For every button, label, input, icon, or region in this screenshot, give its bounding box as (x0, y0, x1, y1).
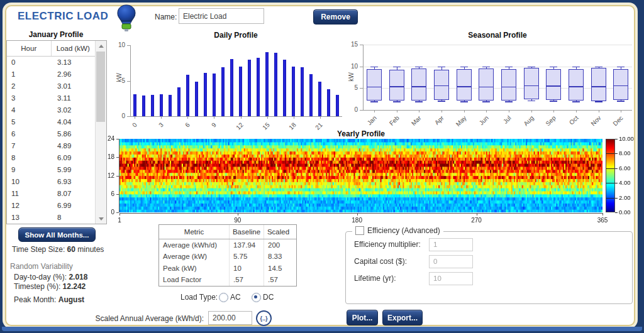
table-row[interactable]: 106.93 (7, 176, 95, 188)
load-cell[interactable]: 3.01 (51, 80, 95, 92)
y-tick-label: 5 (344, 84, 358, 91)
hour-cell[interactable]: 13 (7, 212, 51, 224)
show-all-months-button[interactable]: Show All Months... (18, 227, 96, 242)
efficiency-multiplier-input: 1 (429, 238, 473, 251)
load-type-ac-label: AC (230, 293, 241, 302)
box-plot (479, 68, 494, 101)
scroll-up-arrow-icon[interactable] (96, 41, 106, 51)
table-body[interactable]: 03.1312.9623.0133.1143.0254.0465.8674.89… (7, 57, 95, 224)
efficiency-advanced-checkbox[interactable] (355, 226, 364, 235)
load-cell[interactable]: 8 (51, 212, 95, 224)
x-tick (576, 110, 577, 112)
whisker-cap (505, 67, 513, 68)
load-cell[interactable]: 3.11 (51, 92, 95, 104)
day-to-day-label: Day-to-day (%): (14, 273, 67, 281)
scaled-annual-average-input[interactable] (208, 311, 252, 325)
hour-cell[interactable]: 2 (7, 80, 51, 92)
table-row[interactable]: 126.99 (7, 200, 95, 212)
table-row[interactable]: 54.04 (7, 116, 95, 128)
whisker-cap (482, 67, 490, 68)
efficiency-advanced-group: Efficiency (Advanced) Efficiency multipl… (345, 231, 633, 304)
whisker-cap (528, 67, 535, 68)
hour-cell[interactable]: 5 (7, 116, 51, 128)
hour-cell[interactable]: 10 (7, 176, 51, 188)
load-cell[interactable]: 6.99 (51, 200, 95, 212)
whisker-cap (528, 101, 535, 102)
hour-cell[interactable]: 7 (7, 140, 51, 152)
load-type-label: Load Type: (180, 293, 218, 302)
table-row[interactable]: 12.96 (7, 68, 95, 80)
table-row[interactable]: 43.02 (7, 104, 95, 116)
load-cell[interactable]: 2.96 (51, 68, 95, 80)
day-to-day-value: 2.018 (69, 273, 87, 281)
export-button[interactable]: Export... (382, 310, 423, 325)
day-to-day-variability: Day-to-day (%): 2.018 (14, 273, 87, 281)
table-row[interactable]: 23.01 (7, 80, 95, 92)
page-title: ELECTRIC LOAD (18, 10, 108, 23)
load-cell[interactable]: 5.86 (51, 128, 95, 140)
name-input[interactable] (179, 8, 264, 24)
load-cell[interactable]: 8.07 (51, 188, 95, 200)
capital-cost-input: 0 (429, 255, 473, 268)
whisker-cap (550, 101, 557, 102)
y-tick (127, 116, 130, 117)
table-row[interactable]: 74.89 (7, 140, 95, 152)
gridline (363, 45, 632, 45)
table-row[interactable]: 65.86 (7, 128, 95, 140)
hour-cell[interactable]: 12 (7, 200, 51, 212)
random-variability-heading: Random Variability (10, 262, 73, 271)
sensitivity-variable-button[interactable]: {..} (256, 310, 272, 326)
x-tick (267, 116, 268, 119)
load-cell[interactable]: 6.93 (51, 176, 95, 188)
load-cell[interactable]: 3.13 (51, 57, 95, 68)
name-label: Name: (155, 13, 177, 21)
table-row[interactable]: 86.09 (7, 152, 95, 164)
load-cell[interactable]: 4.04 (51, 116, 95, 128)
january-profile-table[interactable]: Hour Load (kW) 03.1312.9623.0133.1143.02… (6, 40, 107, 224)
table-row[interactable]: 138 (7, 212, 95, 224)
remove-button[interactable]: Remove (313, 9, 358, 25)
scroll-down-arrow-icon[interactable] (96, 214, 106, 224)
load-type-radio-ac[interactable] (219, 293, 228, 302)
box-plot (613, 69, 628, 100)
table-row[interactable]: 118.07 (7, 188, 95, 200)
x-tick (214, 116, 214, 119)
table-row[interactable]: 95.99 (7, 164, 95, 176)
y-tick-label: 0 (111, 112, 125, 119)
table-row[interactable]: 03.13 (7, 57, 95, 68)
x-tick (464, 110, 465, 112)
load-type-radio-dc[interactable] (252, 293, 261, 302)
scrollbar-thumb[interactable] (96, 52, 105, 122)
metric-row: Load Factor.57.57 (159, 274, 296, 285)
metric-row: Average (kW)5.758.33 (159, 251, 296, 262)
window-bottom-edge (2, 327, 642, 331)
peak-month: Peak Month: August (14, 295, 84, 304)
january-profile-title: January Profile (6, 30, 106, 39)
load-cell[interactable]: 4.89 (51, 140, 95, 152)
metric-row: Peak (kW)1014.5 (159, 263, 296, 274)
bar (248, 60, 251, 116)
hour-cell[interactable]: 1 (7, 68, 51, 80)
plot-button[interactable]: Plot... (347, 310, 378, 325)
whisker-cap (550, 67, 557, 68)
hour-cell[interactable]: 4 (7, 104, 51, 116)
table-header: Hour Load (kW) (7, 41, 95, 57)
hour-cell[interactable]: 6 (7, 128, 51, 140)
table-scrollbar[interactable] (95, 41, 106, 224)
bar (142, 96, 145, 116)
table-row[interactable]: 33.11 (7, 92, 95, 104)
metric-cell: Load Factor (159, 274, 230, 285)
load-type-dc-label: DC (263, 293, 274, 302)
load-cell[interactable]: 3.02 (51, 104, 95, 116)
bar (327, 89, 330, 116)
daily-y-axis-label: kW (116, 73, 123, 82)
bar (257, 58, 260, 116)
x-tick (374, 110, 375, 112)
hour-cell[interactable]: 3 (7, 92, 51, 104)
hour-cell[interactable]: 11 (7, 188, 51, 200)
load-cell[interactable]: 6.09 (51, 152, 95, 164)
hour-cell[interactable]: 9 (7, 164, 51, 176)
hour-cell[interactable]: 0 (7, 57, 51, 68)
hour-cell[interactable]: 8 (7, 152, 51, 164)
load-cell[interactable]: 5.99 (51, 164, 95, 176)
